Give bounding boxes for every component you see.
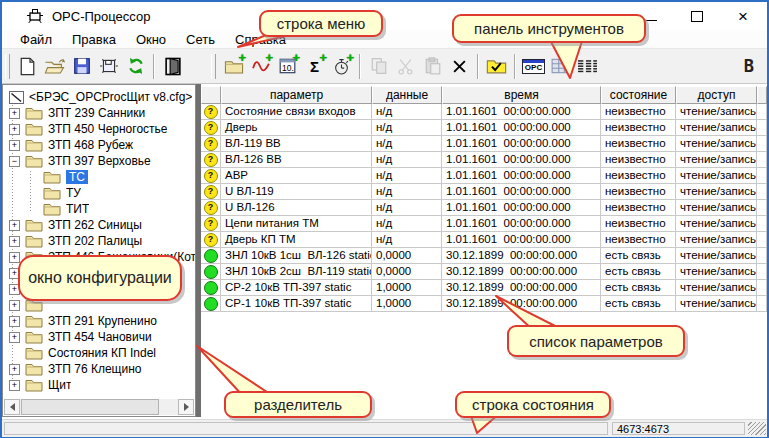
expand-icon[interactable]: + (9, 236, 20, 247)
tree-item[interactable]: +ЗТП 202 Палицы (5, 233, 195, 249)
folder-icon (25, 154, 43, 168)
scrollbar-thumb[interactable] (21, 399, 159, 415)
table-row[interactable]: СР-2 10кВ ТП-397 static1,000030.12.1899 … (201, 280, 767, 296)
paste-button[interactable] (419, 53, 446, 80)
exit-door-button[interactable] (159, 53, 186, 80)
add-analog-button[interactable]: + (247, 53, 274, 80)
expand-icon[interactable]: + (9, 380, 20, 391)
status-unknown-icon: ? (204, 121, 218, 135)
column-header[interactable]: параметр (221, 86, 372, 104)
maximize-button[interactable] (681, 4, 713, 28)
table-row[interactable]: СР-1 10кВ ТП-397 static1,000030.12.1899 … (201, 296, 767, 312)
row-status-cell: ? (201, 216, 221, 232)
add-folder-button[interactable]: + (220, 53, 247, 80)
spacer-cell (757, 264, 767, 280)
table-row[interactable]: ЗНЛ 10кВ 2сш ВЛ-119 static0,000030.12.18… (201, 264, 767, 280)
tree-item[interactable]: −ЗТП 397 Верховье (5, 153, 195, 169)
refresh-button[interactable] (122, 53, 149, 80)
app-icon (26, 8, 44, 24)
expand-icon[interactable]: + (9, 140, 20, 151)
tree-item[interactable]: +ЗТП 291 Крупенино (5, 313, 195, 329)
time-cell: 1.01.1601 00:00:00.000 (442, 200, 601, 216)
table-row[interactable]: ?U ВЛ-119н/д1.01.1601 00:00:00.000неизве… (201, 184, 767, 200)
time-cell: 30.12.1899 00:00:00.000 (442, 264, 601, 280)
expand-icon[interactable]: + (9, 364, 20, 375)
copy-button[interactable] (365, 53, 392, 80)
table-row[interactable]: ?АВРн/д1.01.1601 00:00:00.000неизвестноч… (201, 168, 767, 184)
tree-item[interactable]: +ЗТП 262 Синицы (5, 217, 195, 233)
toolbar-grip[interactable] (5, 54, 10, 79)
tree-item[interactable]: +ЗПТ 239 Санники (5, 105, 195, 121)
menu-item[interactable]: Сеть (176, 32, 225, 47)
column-header[interactable]: данные (372, 86, 442, 104)
scroll-right-button[interactable] (178, 399, 194, 415)
add-timer-button[interactable]: + (328, 53, 355, 80)
collapse-icon[interactable]: − (9, 156, 20, 167)
expand-icon[interactable]: + (9, 300, 20, 311)
table-row[interactable]: ?ВЛ-119 ВВн/д1.01.1601 00:00:00.000неизв… (201, 136, 767, 152)
state-cell: неизвестно (601, 168, 676, 184)
tree-horizontal-scrollbar[interactable] (4, 399, 194, 415)
tree-item[interactable]: <БРЭС_OPCProcЩит v8.cfg> (5, 89, 195, 105)
expand-icon[interactable]: + (9, 332, 20, 343)
grid-view-button[interactable] (547, 53, 574, 80)
param-cell: Цепи питания ТМ (221, 216, 372, 232)
tree-item[interactable]: +ЗТП 450 Черногостье (5, 121, 195, 137)
table-row[interactable]: ?Дверь КП ТМн/д1.01.1601 00:00:00.000неи… (201, 232, 767, 248)
table-row[interactable]: ?Цепи питания ТМн/д1.01.1601 00:00:00.00… (201, 216, 767, 232)
expand-icon[interactable]: + (9, 220, 20, 231)
table-row[interactable]: ЗНЛ 10кВ 1сш ВЛ-126 static0,000030.12.18… (201, 248, 767, 264)
scroll-left-button[interactable] (4, 399, 20, 415)
column-header[interactable]: состояние (601, 86, 676, 104)
open-file-button[interactable] (41, 53, 68, 80)
expand-icon[interactable]: + (9, 108, 20, 119)
new-file-button[interactable] (14, 53, 41, 80)
menu-item[interactable]: Окно (126, 32, 176, 47)
tree-item[interactable]: Состояния КП Indel (5, 345, 195, 361)
column-header[interactable] (201, 86, 221, 104)
table-row[interactable]: ?ВЛ-126 ВВн/д1.01.1601 00:00:00.000неизв… (201, 152, 767, 168)
tree-item[interactable]: +ЗТП 468 Рубеж (5, 137, 195, 153)
table-row[interactable]: ?Состояние связи входовн/д1.01.1601 00:0… (201, 104, 767, 120)
tree-item[interactable]: ТС (5, 169, 195, 185)
tree-item[interactable]: +ЗТП 454 Чановичи (5, 329, 195, 345)
column-header[interactable]: доступ (676, 86, 757, 104)
param-cell: ВЛ-126 ВВ (221, 152, 372, 168)
toolbar-grip[interactable] (211, 54, 216, 79)
add-sum-button[interactable]: Σ+ (301, 53, 328, 80)
folder-check-button[interactable] (483, 53, 510, 80)
param-cell: Состояние связи входов (221, 104, 372, 120)
status-ok-icon (204, 265, 218, 279)
tree-item[interactable]: ТИТ (5, 201, 195, 217)
folder-icon (25, 234, 43, 248)
paste-icon (424, 57, 442, 75)
title-bar: OPC-Процессор × (2, 2, 767, 30)
resize-grip-icon[interactable] (748, 422, 766, 435)
row-status-cell: ? (201, 168, 221, 184)
close-button[interactable]: × (727, 4, 759, 28)
list-view-button[interactable] (574, 53, 601, 80)
table-row[interactable]: ?Дверьн/д1.01.1601 00:00:00.000неизвестн… (201, 120, 767, 136)
save-flash-button[interactable] (95, 53, 122, 80)
tree-item[interactable]: ТУ (5, 185, 195, 201)
tree-item[interactable]: +Щит (5, 377, 195, 393)
opc-button[interactable]: OPC (520, 53, 547, 80)
status-bar: 4673:4673 (2, 419, 767, 437)
scrollbar-track[interactable] (20, 399, 178, 415)
status-panel-main (4, 422, 608, 435)
folder-icon (43, 202, 61, 216)
param-cell: ЗНЛ 10кВ 2сш ВЛ-119 static (221, 264, 372, 280)
expand-icon[interactable]: + (9, 316, 20, 327)
expand-icon[interactable]: + (9, 252, 20, 263)
column-header[interactable]: время (442, 86, 601, 104)
cut-button[interactable] (392, 53, 419, 80)
add-number-button[interactable]: 10.+ (274, 53, 301, 80)
save-file-button[interactable] (68, 53, 95, 80)
delete-button[interactable] (446, 53, 473, 80)
callout-status-bar: строка состояния (455, 391, 611, 418)
menu-item[interactable]: Правка (62, 32, 126, 47)
tree-item[interactable]: +ЗТП 76 Клещино (5, 361, 195, 377)
menu-item[interactable]: Файл (10, 32, 62, 47)
table-row[interactable]: ?U ВЛ-126н/д1.01.1601 00:00:00.000неизве… (201, 200, 767, 216)
expand-icon[interactable]: + (9, 124, 20, 135)
